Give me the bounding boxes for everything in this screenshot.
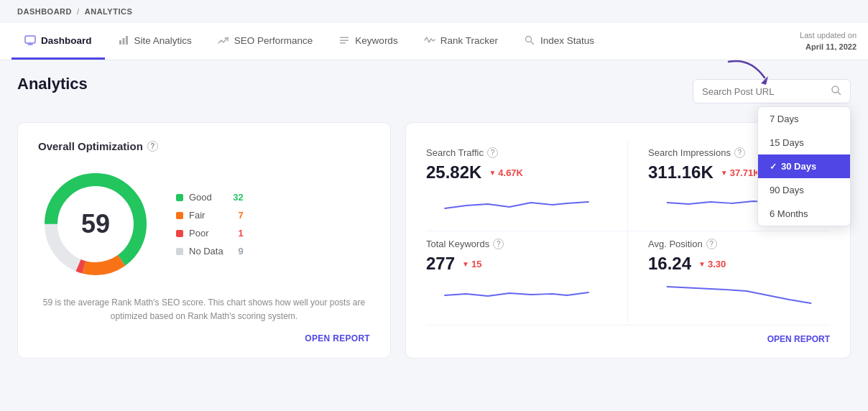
metric-value-total-keywords: 277 ▼ 15 [426,254,607,274]
trending-up-icon [218,34,229,46]
search-box[interactable] [693,79,851,103]
optimization-title: Overall Optimization ? [38,140,370,152]
total-keywords-help-icon[interactable]: ? [493,239,504,249]
svg-rect-3 [126,36,128,45]
arrow-indicator [721,56,772,90]
page-title: Analytics [17,75,88,93]
tab-rank-tracker-label: Rank Tracker [440,35,498,46]
tab-site-analytics[interactable]: Site Analytics [105,23,205,60]
time-range-dropdown: 7 Days 15 Days ✓ 30 Days 90 Days 6 Month… [757,106,851,226]
legend-count-good: 32 [229,192,244,203]
tab-index-status[interactable]: Index Status [511,23,607,60]
metric-change-search-impressions: ▼ 37.71K [721,167,760,178]
legend-dot-nodata [176,248,183,255]
controls-area: 7 Days 15 Days ✓ 30 Days 90 Days 6 Month… [693,79,851,103]
svg-rect-6 [340,42,346,44]
metric-label-total-keywords: Total Keywords ? [426,239,607,249]
optimization-content: 59 Good 32 Fair 7 P [38,167,370,282]
legend-label-nodata: No Data [189,246,223,257]
svg-rect-0 [25,36,35,43]
svg-rect-2 [122,38,124,45]
chart-total-keywords [426,280,607,305]
breadcrumb: DASHBOARD / ANALYTICS [0,0,868,23]
metric-change-avg-position: ▼ 3.30 [698,259,726,269]
dropdown-item-90days-label: 90 Days [770,185,804,195]
monitor-icon [24,34,36,46]
last-updated: Last updated on April 11, 2022 [800,24,857,58]
avg-position-help-icon[interactable]: ? [706,239,717,249]
legend-dot-poor [176,230,183,237]
legend-count-fair: 7 [229,210,244,221]
triangle-down-icon-3: ▼ [462,260,469,268]
dropdown-item-7days-label: 7 Days [770,114,798,124]
dropdown-item-15days[interactable]: 15 Days [758,131,850,154]
legend-label-fair: Fair [189,210,205,221]
tab-seo-performance-label: SEO Performance [234,35,313,46]
legend-dot-fair [176,212,183,219]
dropdown-item-7days[interactable]: 7 Days [758,107,850,131]
metric-change-search-traffic: ▼ 4.67K [489,167,523,178]
dropdown-item-30days[interactable]: ✓ 30 Days [758,154,850,178]
metric-avg-position: Avg. Position ? 16.24 ▼ 3.30 [628,231,830,322]
metrics-footer: OPEN REPORT [426,325,830,356]
dropdown-item-15days-label: 15 Days [770,137,804,148]
tab-index-status-label: Index Status [540,35,594,46]
search-impressions-help-icon[interactable]: ? [734,147,745,158]
checkmark-icon: ✓ [770,162,777,172]
metric-search-traffic: Search Traffic ? 25.82K ▼ 4.67K [426,140,628,231]
open-report-button[interactable]: OPEN REPORT [38,333,370,343]
metric-total-keywords: Total Keywords ? 277 ▼ 15 [426,231,628,322]
search-icon [831,85,841,98]
tab-site-analytics-label: Site Analytics [134,35,192,46]
open-report-metrics-button[interactable]: OPEN REPORT [767,334,830,344]
donut-chart: 59 [38,167,153,282]
optimization-description: 59 is the average Rank Math's SEO score.… [38,296,370,323]
tab-keywords[interactable]: Keywords [326,23,410,60]
search-tab-icon [524,34,535,46]
dropdown-item-6months[interactable]: 6 Months [758,202,850,226]
chart-search-traffic [426,188,607,214]
nav-tabs: Dashboard Site Analytics SEO Performance… [0,23,868,60]
optimization-score: 59 [81,209,110,239]
dropdown-item-30days-label: 30 Days [781,161,816,172]
tab-keywords-label: Keywords [355,35,397,46]
breadcrumb-parent[interactable]: DASHBOARD [17,7,72,16]
legend-item-good: Good 32 [176,192,244,203]
svg-point-7 [525,37,531,42]
metric-label-search-traffic: Search Traffic ? [426,147,607,158]
legend-label-good: Good [189,192,212,203]
breadcrumb-current: ANALYTICS [85,7,132,16]
chart-avg-position [648,280,830,305]
triangle-down-icon-4: ▼ [698,260,706,268]
activity-icon [424,34,435,46]
svg-rect-5 [340,40,348,42]
legend-item-nodata: No Data 9 [176,246,244,257]
dropdown-item-6months-label: 6 Months [770,208,808,219]
cards-row: Overall Optimization ? 5 [17,122,851,359]
legend-dot-good [176,194,183,201]
legend-count-nodata: 9 [229,246,244,257]
legend-label-poor: Poor [189,228,208,239]
list-icon [338,34,350,46]
search-traffic-help-icon[interactable]: ? [487,147,498,158]
metric-value-avg-position: 16.24 ▼ 3.30 [648,254,830,274]
tab-rank-tracker[interactable]: Rank Tracker [411,23,511,60]
tab-seo-performance[interactable]: SEO Performance [205,23,326,60]
tab-dashboard-label: Dashboard [41,35,92,46]
tab-dashboard[interactable]: Dashboard [11,23,105,60]
metric-change-total-keywords: ▼ 15 [462,259,481,269]
svg-rect-4 [340,37,348,39]
dropdown-item-90days[interactable]: 90 Days [758,178,850,202]
main-content: Analytics 7 [0,60,868,373]
triangle-down-icon: ▼ [489,169,496,177]
optimization-help-icon[interactable]: ? [147,141,158,152]
triangle-down-icon-2: ▼ [721,169,728,177]
card-optimization: Overall Optimization ? 5 [17,122,391,359]
svg-rect-1 [119,40,121,45]
bar-chart-icon [118,34,129,46]
metric-value-search-traffic: 25.82K ▼ 4.67K [426,162,607,183]
optimization-legend: Good 32 Fair 7 Poor 1 N [176,192,244,257]
legend-count-poor: 1 [229,228,244,239]
metric-label-avg-position: Avg. Position ? [648,239,830,249]
legend-item-poor: Poor 1 [176,228,244,239]
